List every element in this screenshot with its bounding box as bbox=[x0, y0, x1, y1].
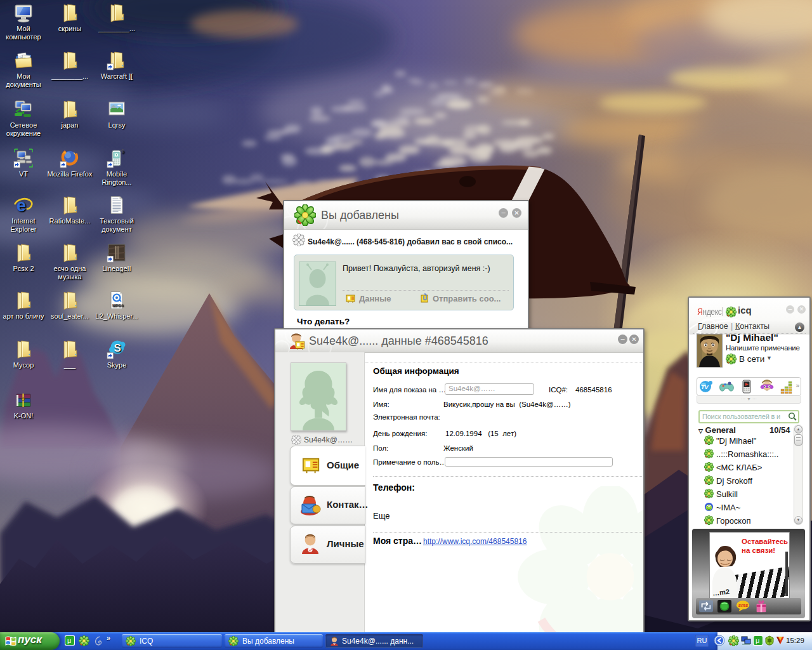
svg-text:♪: ♪ bbox=[122, 149, 125, 155]
svg-text:μ: μ bbox=[756, 637, 759, 644]
svg-text:TV: TV bbox=[701, 384, 709, 390]
svg-text:MPG4: MPG4 bbox=[112, 303, 124, 307]
svg-text:sms: sms bbox=[738, 602, 749, 608]
svg-text:S: S bbox=[114, 342, 121, 354]
svg-text:μ: μ bbox=[67, 637, 71, 644]
